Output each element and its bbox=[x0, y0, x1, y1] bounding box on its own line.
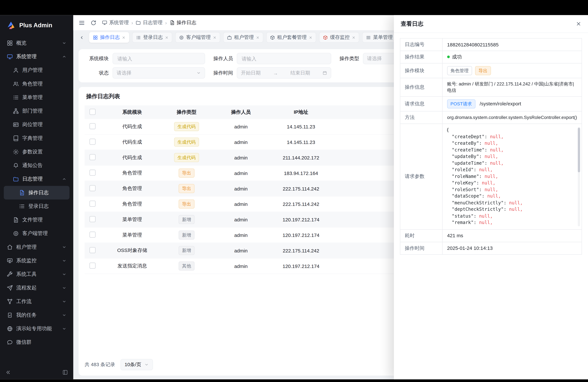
drawer-header: 查看日志 bbox=[394, 15, 588, 33]
close-icon[interactable] bbox=[576, 21, 581, 26]
chevron-left-icon bbox=[79, 35, 84, 40]
tab-tenant-mgmt[interactable]: 租户管理 bbox=[223, 32, 263, 43]
sidebar-item-wechat-group[interactable]: 微信群 bbox=[4, 336, 69, 349]
row-checkbox[interactable] bbox=[89, 231, 96, 237]
row-checkbox[interactable] bbox=[89, 247, 96, 253]
breadcrumb-log-mgmt[interactable]: 日志管理 bbox=[136, 19, 163, 26]
row-checkbox[interactable] bbox=[89, 262, 96, 268]
select-all-checkbox[interactable] bbox=[89, 109, 96, 115]
breadcrumb-label: 日志管理 bbox=[143, 19, 163, 26]
list-icon bbox=[136, 35, 141, 40]
chevron-down-icon bbox=[144, 362, 149, 367]
tab-client-mgmt[interactable]: 客户端管理 bbox=[175, 32, 220, 43]
row-checkbox[interactable] bbox=[89, 154, 96, 160]
operation-type-tag: 导出 bbox=[179, 199, 194, 209]
close-icon[interactable] bbox=[352, 36, 356, 39]
row-checkbox[interactable] bbox=[89, 123, 96, 129]
request-url: /system/role/export bbox=[480, 101, 521, 106]
close-icon[interactable] bbox=[165, 36, 168, 39]
status-filter-select[interactable]: 请选择 bbox=[113, 67, 205, 79]
detail-row-module: 操作模块 角色管理 导出 bbox=[400, 63, 582, 78]
tab-operation-log[interactable]: 操作日志 bbox=[89, 32, 129, 43]
tab-cache-monitor[interactable]: 缓存监控 bbox=[319, 32, 359, 43]
sidebar-item-process-start[interactable]: 流程发起 bbox=[4, 281, 69, 295]
tab-login-log[interactable]: 登录日志 bbox=[132, 32, 172, 43]
operation-type-tag: 生成代码 bbox=[174, 138, 199, 147]
sidebar-item-log-mgmt[interactable]: 日志管理 bbox=[4, 172, 69, 186]
sidebar-item-system-tools[interactable]: 系统工具 bbox=[4, 267, 69, 281]
list-icon bbox=[19, 203, 25, 209]
sidebar-item-demo-features[interactable]: 演示站专用功能 bbox=[4, 322, 69, 336]
layout-toggle-icon[interactable] bbox=[63, 369, 68, 375]
gear-icon bbox=[13, 149, 19, 155]
sidebar-item-menu-mgmt[interactable]: 菜单管理 bbox=[4, 91, 69, 104]
breadcrumb-operation-log[interactable]: 操作日志 bbox=[169, 19, 196, 26]
hamburger-icon bbox=[366, 35, 371, 40]
grid-icon bbox=[93, 35, 98, 40]
task-icon bbox=[7, 312, 13, 318]
row-checkbox[interactable] bbox=[89, 200, 96, 207]
bell-icon bbox=[13, 162, 19, 169]
sidebar-item-dept-mgmt[interactable]: 部门管理 bbox=[4, 104, 69, 118]
sidebar-item-system-monitor[interactable]: 系统监控 bbox=[4, 254, 69, 267]
sidebar-item-login-log[interactable]: 登录日志 bbox=[4, 199, 69, 213]
sidebar-item-post-mgmt[interactable]: 岗位管理 bbox=[4, 118, 69, 131]
scroll-tabs-left-button[interactable] bbox=[77, 33, 86, 42]
row-checkbox[interactable] bbox=[89, 139, 96, 145]
sidebar-item-my-tasks[interactable]: 我的任务 bbox=[4, 308, 69, 322]
chevron-down-icon bbox=[62, 258, 66, 263]
sidebar-item-tenant-mgmt[interactable]: 租户管理 bbox=[4, 240, 69, 254]
target-icon bbox=[179, 35, 184, 40]
tab-label: 登录日志 bbox=[143, 34, 163, 41]
view-log-drawer: 查看日志 日志编号 1882612840802115585 操作结果 成功 操作… bbox=[394, 15, 588, 379]
collapse-sidebar-icon[interactable] bbox=[5, 369, 11, 375]
user-icon bbox=[13, 67, 19, 73]
operator-input[interactable] bbox=[241, 55, 327, 62]
refresh-icon[interactable] bbox=[90, 20, 97, 26]
tab-tenant-package-mgmt[interactable]: 租户套餐管理 bbox=[266, 32, 316, 43]
sidebar-item-system-mgmt[interactable]: 系统管理 bbox=[4, 50, 69, 64]
close-icon[interactable] bbox=[309, 36, 312, 39]
close-icon[interactable] bbox=[213, 36, 216, 39]
sidebar-item-role-mgmt[interactable]: 角色管理 bbox=[4, 77, 69, 91]
hamburger-icon[interactable] bbox=[79, 20, 85, 26]
wrench-icon bbox=[7, 271, 13, 277]
box-icon bbox=[270, 35, 275, 40]
sidebar-item-overview[interactable]: 概览 bbox=[4, 36, 69, 50]
operator-filter-input[interactable] bbox=[237, 53, 331, 64]
sidebar-item-label: 操作日志 bbox=[28, 189, 49, 196]
sidebar-item-workflow[interactable]: 工作流 bbox=[4, 295, 69, 308]
detail-row-method: 方法 org.dromara.system.controller.system.… bbox=[400, 111, 582, 124]
sidebar-item-client-mgmt[interactable]: 客户端管理 bbox=[4, 227, 69, 240]
sidebar-item-label: 我的任务 bbox=[16, 312, 37, 318]
operation-type-tag: 新增 bbox=[179, 246, 194, 255]
sidebar-item-operation-log[interactable]: 操作日志 bbox=[4, 186, 69, 199]
sidebar-item-file-mgmt[interactable]: 文件管理 bbox=[4, 213, 69, 227]
page-size-select[interactable]: 10条/页 bbox=[120, 359, 153, 370]
sidebar-item-user-mgmt[interactable]: 用户管理 bbox=[4, 64, 69, 77]
operation-tag: 导出 bbox=[475, 66, 491, 75]
sidebar-item-notice[interactable]: 通知公告 bbox=[4, 159, 69, 172]
row-checkbox[interactable] bbox=[89, 170, 96, 175]
close-icon[interactable] bbox=[256, 36, 260, 39]
paper-plane-icon bbox=[7, 285, 13, 291]
detail-row-duration: 耗时 421 ms bbox=[400, 229, 582, 242]
time-range-picker[interactable]: 开始日期 → 结束日期 bbox=[237, 67, 331, 79]
breadcrumb-system-mgmt[interactable]: 系统管理 bbox=[102, 19, 129, 26]
chevron-down-icon bbox=[62, 41, 66, 45]
module-input[interactable] bbox=[117, 55, 201, 62]
scrollbar-thumb[interactable] bbox=[578, 128, 580, 172]
chevron-down-icon bbox=[62, 272, 66, 276]
success-dot-icon bbox=[447, 56, 450, 58]
close-icon[interactable] bbox=[122, 36, 126, 39]
request-params-cell: { "createDept": null, "createBy": null, … bbox=[442, 124, 582, 229]
row-checkbox[interactable] bbox=[89, 216, 96, 222]
tab-label: 缓存监控 bbox=[330, 34, 350, 41]
sidebar-item-param-settings[interactable]: 参数设置 bbox=[4, 145, 69, 159]
redis-icon bbox=[323, 35, 328, 40]
sidebar-item-dict-mgmt[interactable]: 字典管理 bbox=[4, 131, 69, 145]
tab-label: 租户套餐管理 bbox=[277, 34, 307, 41]
date-start-placeholder: 开始日期 bbox=[241, 70, 260, 76]
row-checkbox[interactable] bbox=[89, 185, 96, 191]
module-filter-input[interactable] bbox=[113, 53, 205, 64]
